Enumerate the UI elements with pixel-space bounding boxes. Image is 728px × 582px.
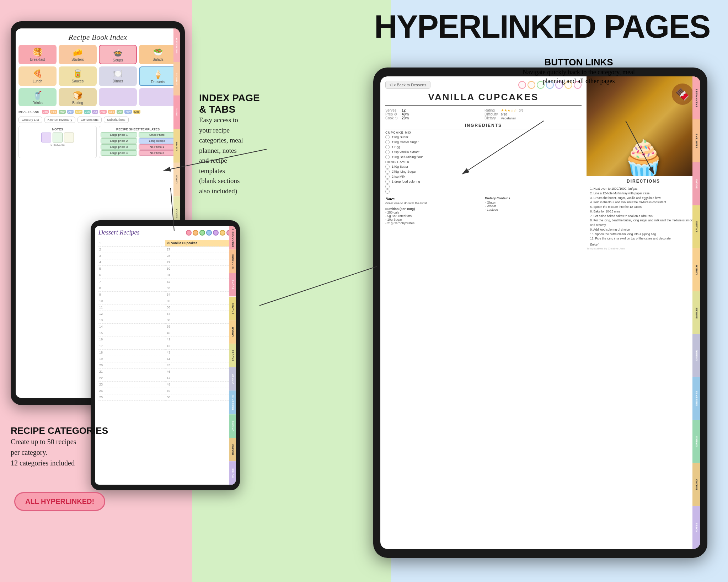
- template-row-3: Large photo 3 No Photo 1: [101, 144, 175, 150]
- recipe-num-18: 18: [98, 350, 165, 356]
- rtab-dinner[interactable]: DINNER: [692, 334, 700, 377]
- rtab-salads[interactable]: SALADS: [692, 205, 700, 248]
- contains-lactose: - Lactose: [485, 208, 582, 211]
- recipe-categories-title: RECIPE CATEGORIES: [11, 425, 153, 436]
- cat-sauces[interactable]: 🥫Sauces: [59, 66, 97, 86]
- dtab-starters[interactable]: STARTERS: [229, 249, 236, 273]
- ing-vanilla: 1 tsp Vanilla extract: [385, 150, 582, 154]
- ing-icing-sugar: 275g Icing Sugar: [385, 169, 582, 174]
- cat-salads[interactable]: 🥗Salads: [139, 45, 177, 64]
- rtab-breakfast[interactable]: BREAKFASTS: [692, 76, 700, 119]
- dir-9: 9. Add food coloring of choice: [590, 227, 697, 232]
- dtab-desserts[interactable]: DESSERTS: [229, 390, 236, 414]
- back-to-desserts-btn[interactable]: ◁ < Back to Desserts: [385, 81, 430, 89]
- tab-starters[interactable]: STARTERS: [173, 62, 180, 96]
- tab-lunch[interactable]: LUNCH: [173, 163, 180, 196]
- ing-icing-butter: 140g Butter: [385, 165, 582, 169]
- recipe-num-4: 4: [98, 259, 165, 266]
- template-no-photo-2[interactable]: No Photo 2: [139, 150, 175, 156]
- index-tabs-title: INDEX PAGE& TABS: [199, 92, 334, 115]
- recipe-num-36: 36: [165, 305, 233, 311]
- dtab-sauces[interactable]: SAUCES: [229, 344, 236, 367]
- back-arrow: ◁: [389, 82, 392, 87]
- nutrition-carbs: - 21g Carbohydrates: [385, 221, 482, 225]
- rtab-drinks[interactable]: DRINKS: [692, 420, 700, 463]
- substitutions-btn[interactable]: Substitutions: [104, 117, 129, 123]
- cat-breakfast[interactable]: 🥞Breakfast: [18, 45, 57, 64]
- col-left: 1234567891011121314151617181920212223242…: [98, 240, 165, 401]
- dessert-title: Dessert Recipes: [98, 229, 139, 236]
- dessert-icon-1[interactable]: [186, 230, 192, 236]
- rtab-desserts[interactable]: DESSERTS: [692, 377, 700, 420]
- tab-sidebar-right: BREAKFASTS STARTERS SOUPS SALADS LUNCH S…: [692, 76, 700, 549]
- dessert-icon-2[interactable]: [193, 230, 198, 236]
- cat-dinner[interactable]: 🍽️Dinner: [99, 66, 137, 86]
- notes-label: Notes: [385, 196, 482, 201]
- rtab-sauces[interactable]: SAUCES: [692, 291, 700, 334]
- dessert-icon-3[interactable]: [199, 230, 205, 236]
- cook-row: Cook ⏱ 20m: [385, 116, 482, 120]
- rtab-baking[interactable]: BAKING: [692, 463, 700, 506]
- cat-desserts[interactable]: 🍦Desserts: [139, 66, 177, 86]
- dtab-baking[interactable]: BAKING: [229, 438, 236, 461]
- col-right: 26 Vanilla Cupcakes272829303132333435363…: [165, 240, 233, 401]
- all-hyperlinked-badge: ALL HYPERLINKED!: [14, 492, 105, 511]
- recipe-num-8: 8: [98, 285, 165, 292]
- watermark-right: Templatables by Creative Jam: [587, 247, 693, 250]
- recipe-num-15: 15: [98, 330, 165, 336]
- dtab-lunch[interactable]: LUNCH: [229, 320, 236, 344]
- cook-value: 20m: [402, 116, 409, 120]
- template-large-photo-3[interactable]: Large photo 3: [101, 144, 137, 150]
- template-large-photo-4[interactable]: Large photo 4: [101, 150, 137, 156]
- grocery-list-btn[interactable]: Grocery List: [18, 117, 42, 123]
- template-no-photo-1[interactable]: No Photo 1: [139, 144, 175, 150]
- notes-title: NOTES: [20, 128, 95, 131]
- dessert-icon-5[interactable]: [213, 230, 219, 236]
- tab-soups[interactable]: SOUPS: [173, 96, 180, 129]
- back-btn-label: < Back to Desserts: [394, 83, 427, 87]
- dtab-drinks[interactable]: DRINKS: [229, 414, 236, 438]
- ing-flour: 120g Self-raising flour: [385, 155, 582, 159]
- template-long-recipe[interactable]: Long Recipe: [139, 138, 175, 144]
- dietary-col: Dietary Contains - Gluten - Wheat - Lact…: [485, 196, 582, 225]
- dessert-icon-4[interactable]: [206, 230, 212, 236]
- dir-enjoy: Enjoy!: [590, 242, 697, 247]
- rtab-notes[interactable]: NOTES: [692, 506, 700, 549]
- dessert-tabs: BREAKFASTS STARTERS SOUPS SALADS LUNCH S…: [229, 226, 236, 485]
- recipe-num-32: 32: [165, 279, 233, 285]
- dtab-soups[interactable]: SOUPS: [229, 273, 236, 296]
- dessert-icon-6[interactable]: [220, 230, 225, 236]
- difficulty-label: Difficulty: [485, 112, 499, 116]
- rtab-starters[interactable]: STARTERS: [692, 119, 700, 162]
- cat-soups[interactable]: 🍲Soups: [99, 45, 137, 64]
- meta-right: Rating ★★★☆☆ 3/5 Difficulty 6/10 Dietary…: [485, 108, 582, 120]
- recipe-num-23: 23: [98, 382, 165, 388]
- dtab-breakfast[interactable]: BREAKFASTS: [229, 226, 236, 249]
- cat-starters[interactable]: 🧀Starters: [59, 45, 97, 64]
- dtab-salads[interactable]: SALADS: [229, 297, 236, 320]
- recipe-num-5: 5: [98, 266, 165, 272]
- kitchen-inventory-btn[interactable]: Kitchen Inventory: [44, 117, 76, 123]
- button-links-body: Navigate quickly back to the category, m…: [493, 68, 664, 86]
- template-large-photo-1[interactable]: Large photo 1: [101, 132, 137, 138]
- difficulty-row: Difficulty 6/10: [485, 112, 582, 116]
- template-small-photo[interactable]: Small Photo: [139, 132, 175, 138]
- template-row-1: Large photo 1 Small Photo: [101, 132, 175, 138]
- cupcake-mix-title: CUPCAKE MIX: [385, 131, 582, 134]
- meta-left: Serves 12 Prep ⏱ 40m Cook ⏱ 20m: [385, 108, 482, 120]
- cat-baking[interactable]: 🍞Baking: [59, 88, 97, 106]
- dtab-dinner[interactable]: DINNER: [229, 367, 236, 390]
- icing-title: ICING LAYER: [385, 160, 582, 164]
- template-large-photo-2[interactable]: Large photo 2: [101, 138, 137, 144]
- tab-breakfasts[interactable]: BREAKFASTS: [173, 28, 180, 62]
- dietary-value: Vegetarian: [501, 117, 516, 120]
- cat-drinks[interactable]: 🥤Drinks: [18, 88, 57, 106]
- cat-lunch[interactable]: 🍕Lunch: [18, 66, 57, 86]
- recipe-num-46: 46: [165, 369, 233, 375]
- rtab-soups[interactable]: SOUPS: [692, 162, 700, 205]
- rtab-lunch[interactable]: LUNCH: [692, 248, 700, 291]
- conversions-btn[interactable]: Conversions: [77, 117, 102, 123]
- dir-8: 8. For the icing, beat the butter, icing…: [590, 218, 697, 227]
- tab-salads[interactable]: SALADS: [173, 129, 180, 163]
- dtab-notes[interactable]: NOTES: [229, 461, 236, 485]
